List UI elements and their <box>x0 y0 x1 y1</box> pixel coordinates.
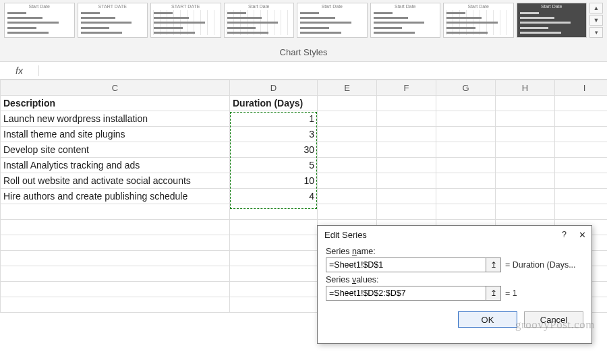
col-header-C[interactable]: C <box>1 80 230 96</box>
series-name-input[interactable]: ↥ <box>326 257 501 272</box>
formula-input[interactable] <box>39 65 607 75</box>
gallery-expand[interactable]: ▾ <box>589 27 603 38</box>
series-name-field[interactable] <box>326 258 486 272</box>
cell-dur[interactable]: 3 <box>230 127 318 142</box>
chart-style-6[interactable]: Start Date <box>370 3 441 38</box>
col-header-I[interactable]: I <box>555 80 608 96</box>
gallery-scroll-down[interactable]: ▼ <box>589 15 603 26</box>
ok-button[interactable]: OK <box>458 311 517 328</box>
chart-style-3[interactable]: START DATE <box>150 3 221 38</box>
col-header-E[interactable]: E <box>318 80 377 96</box>
cell-desc[interactable]: Roll out website and activate social acc… <box>1 173 230 189</box>
dialog-title: Edit Series <box>324 230 367 240</box>
cell-dur[interactable]: 30 <box>230 142 318 158</box>
dialog-titlebar[interactable]: Edit Series ? ✕ <box>318 226 591 243</box>
chart-style-8[interactable]: Start Date <box>517 3 587 38</box>
column-headers: C D E F G H I <box>1 80 608 96</box>
series-values-result: = 1 <box>505 289 517 298</box>
table-row: Install theme and site plugins3 <box>1 127 608 142</box>
table-row: Hire authors and create publishing sched… <box>1 189 608 204</box>
cell-desc[interactable]: Launch new wordpress installation <box>1 111 230 127</box>
col-header-H[interactable]: H <box>496 80 555 96</box>
help-icon[interactable]: ? <box>562 230 567 240</box>
chart-style-7[interactable]: Start Date <box>443 3 514 38</box>
chart-style-2[interactable]: START DATE <box>78 3 148 38</box>
chart-style-4[interactable]: Start Date <box>224 3 295 38</box>
table-row: Develop site content30 <box>1 142 608 158</box>
ribbon: Start Date START DATE START DATE Start D… <box>0 0 607 62</box>
ribbon-group-label: Chart Styles <box>0 39 607 61</box>
expand-icon: ▾ <box>595 29 598 36</box>
cell-desc[interactable]: Install Analytics tracking and ads <box>1 158 230 173</box>
range-picker-icon[interactable]: ↥ <box>486 286 500 300</box>
gallery-scroll: ▲ ▼ ▾ <box>589 3 603 38</box>
fx-label: fx <box>0 65 39 76</box>
chart-style-5[interactable]: Start Date <box>297 3 368 38</box>
cell-dur[interactable]: 10 <box>230 173 318 189</box>
series-name-label: Series name: <box>326 247 583 256</box>
cell-C1[interactable]: Description <box>1 96 230 111</box>
table-row: Launch new wordpress installation1 <box>1 111 608 127</box>
close-icon[interactable]: ✕ <box>579 230 586 240</box>
chevron-down-icon: ▼ <box>594 17 600 24</box>
range-picker-icon[interactable]: ↥ <box>486 258 500 272</box>
chevron-up-icon: ▲ <box>594 5 600 11</box>
col-header-F[interactable]: F <box>377 80 436 96</box>
series-values-input[interactable]: ↥ <box>326 286 501 301</box>
cancel-button[interactable]: Cancel <box>524 311 583 328</box>
header-row: Description Duration (Days) <box>1 96 608 111</box>
edit-series-dialog: Edit Series ? ✕ Series name: ↥ = Duratio… <box>317 225 592 344</box>
series-name-result: = Duration (Days... <box>505 260 576 270</box>
cell-desc[interactable]: Develop site content <box>1 142 230 158</box>
cell-D1[interactable]: Duration (Days) <box>230 96 318 111</box>
col-header-D[interactable]: D <box>230 80 318 96</box>
cell-desc[interactable]: Install theme and site plugins <box>1 127 230 142</box>
cell-dur[interactable]: 1 <box>230 111 318 127</box>
table-row: Roll out website and activate social acc… <box>1 173 608 189</box>
cell-dur[interactable]: 4 <box>230 189 318 204</box>
chart-styles-gallery: Start Date START DATE START DATE Start D… <box>0 0 607 39</box>
gallery-scroll-up[interactable]: ▲ <box>589 3 603 13</box>
cell-dur[interactable]: 5 <box>230 158 318 173</box>
series-values-label: Series values: <box>326 275 583 284</box>
col-header-G[interactable]: G <box>436 80 496 96</box>
chart-style-1[interactable]: Start Date <box>4 3 75 38</box>
series-values-field[interactable] <box>326 286 486 300</box>
cell-desc[interactable]: Hire authors and create publishing sched… <box>1 189 230 204</box>
table-row: Install Analytics tracking and ads5 <box>1 158 608 173</box>
formula-bar: fx <box>0 62 607 80</box>
